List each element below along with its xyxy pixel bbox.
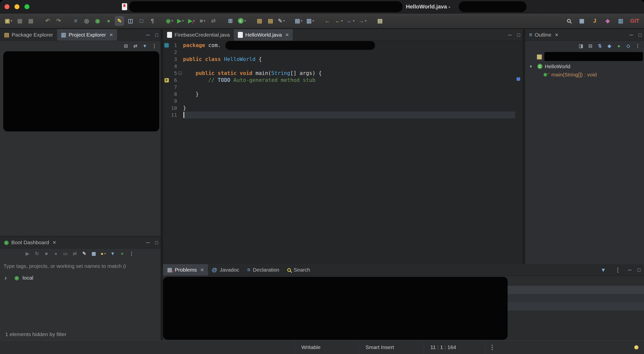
back-annotation-icon[interactable]: ←: [323, 16, 332, 25]
code-text[interactable]: package com.: [183, 42, 515, 49]
task-note-icon[interactable]: ▤: [376, 16, 384, 25]
save-all-icon[interactable]: ▩: [26, 16, 35, 25]
lightbulb-icon[interactable]: [634, 345, 638, 350]
boot-start-icon[interactable]: ▶: [24, 250, 31, 257]
code-text[interactable]: [183, 84, 515, 91]
line-number[interactable]: 2: [170, 49, 177, 55]
boot-tree-item-local[interactable]: ›◉local: [0, 274, 160, 282]
line-number[interactable]: 3: [170, 56, 177, 62]
code-text[interactable]: [183, 98, 515, 105]
outline-item-helloworld[interactable]: ▾CHelloWorld: [525, 62, 644, 70]
chevron-down-icon[interactable]: ▾: [526, 64, 535, 69]
redo-icon[interactable]: ↷: [54, 16, 63, 25]
git-perspective-icon[interactable]: GIT: [629, 16, 640, 25]
tab-search[interactable]: Search: [283, 264, 314, 276]
table-grid-icon[interactable]: ▥▾: [306, 16, 315, 25]
boot-add-icon[interactable]: +: [118, 250, 126, 257]
line-number[interactable]: 7: [170, 84, 177, 90]
outline-hide-fields-icon[interactable]: ◆: [606, 42, 613, 49]
code-text[interactable]: public class HelloWorld {: [183, 56, 515, 63]
boot-properties-icon[interactable]: ▦: [90, 250, 98, 257]
boot-maximize-button[interactable]: □: [155, 240, 158, 245]
outline-focus-icon[interactable]: ◨: [577, 42, 585, 49]
code-text[interactable]: [183, 63, 515, 70]
undo-icon[interactable]: ↶: [44, 16, 52, 25]
code-text[interactable]: }: [183, 91, 515, 98]
plugin-icon[interactable]: ●: [104, 16, 113, 25]
boot-connect-icon[interactable]: ●: [52, 250, 60, 257]
outline-collapse-icon[interactable]: ⊟: [587, 42, 594, 49]
external-tools-icon[interactable]: ▶▪▾: [187, 16, 196, 25]
close-button[interactable]: [4, 4, 10, 9]
table-columns-icon[interactable]: ▤▾: [294, 16, 303, 25]
code-text[interactable]: // TODO Auto-generated method stub: [183, 77, 515, 84]
code-text[interactable]: }: [183, 105, 515, 112]
problems-menu-icon[interactable]: ⋮: [614, 266, 622, 275]
annotate-icon[interactable]: ✎▾: [277, 16, 286, 25]
close-icon[interactable]: ×: [555, 31, 558, 38]
outline-sort-icon[interactable]: ⇅: [596, 42, 604, 49]
highlighter-icon[interactable]: ✎: [115, 16, 124, 25]
line-number[interactable]: 9: [170, 98, 177, 104]
code-text[interactable]: public static void main(String[] args) {: [183, 70, 515, 77]
outline-minimize-button[interactable]: ─: [630, 32, 633, 38]
search-icon[interactable]: [564, 16, 573, 25]
forward-icon[interactable]: →▾: [358, 16, 367, 25]
overview-ruler-marker[interactable]: [516, 77, 520, 81]
outline-menu-icon[interactable]: ⋮: [634, 42, 642, 49]
line-number[interactable]: 8: [170, 91, 177, 97]
boot-edit-icon[interactable]: ✎: [80, 250, 88, 257]
code-text[interactable]: [183, 49, 515, 56]
web-perspective-icon[interactable]: ▥: [616, 16, 625, 25]
tab-outline[interactable]: ≡Outline×: [525, 29, 562, 41]
editor-minimize-button[interactable]: ─: [508, 32, 512, 38]
minimize-button[interactable]: [14, 4, 20, 9]
line-number[interactable]: 11: [170, 112, 177, 118]
boot-minimize-button[interactable]: ─: [146, 240, 150, 245]
tab-project-explorer[interactable]: ▥Project Explorer×: [57, 29, 117, 41]
outline-hide-static-icon[interactable]: ●: [615, 42, 622, 49]
show-whitespace-icon[interactable]: ¶: [148, 16, 156, 25]
link-editor-icon[interactable]: ⇄: [132, 42, 139, 49]
problems-maximize-button[interactable]: □: [638, 267, 640, 273]
java-perspective-icon[interactable]: J: [590, 16, 599, 25]
status-menu-icon[interactable]: ⋮: [489, 344, 495, 351]
tab-helloworld[interactable]: HelloWorld.java×: [234, 29, 293, 41]
filter-icon[interactable]: ▼: [141, 42, 148, 49]
open-perspective-icon[interactable]: ▦: [578, 16, 586, 25]
outline-maximize-button[interactable]: □: [638, 32, 642, 38]
boot-menu-icon[interactable]: ⋮: [128, 250, 136, 257]
boot-bulb-icon[interactable]: ●▾: [100, 250, 107, 257]
run-icon[interactable]: ▶▾: [176, 16, 185, 25]
close-icon[interactable]: ×: [52, 239, 56, 246]
stop-icon[interactable]: ■▾: [198, 16, 207, 25]
open-type-icon[interactable]: ⊞: [226, 16, 234, 25]
boot-stop-icon[interactable]: ■: [43, 250, 50, 257]
tab-boot-dashboard[interactable]: ◉Boot Dashboard×: [0, 237, 60, 248]
close-icon[interactable]: ×: [200, 266, 204, 273]
code-editor[interactable]: 1package com.23public class HelloWorld {…: [163, 41, 522, 264]
caret-position-status[interactable]: 11 : 1 : 164: [424, 341, 485, 354]
problems-minimize-button[interactable]: ─: [628, 267, 632, 273]
tab-package-explorer[interactable]: ▤Package Explorer: [0, 29, 57, 41]
back-annotation-menu-icon[interactable]: ←▾: [334, 16, 344, 25]
fold-gutter[interactable]: −: [177, 71, 183, 75]
new-wizard-icon[interactable]: ▣▾: [4, 16, 13, 25]
open-console-icon[interactable]: ≡: [71, 16, 80, 25]
view-menu-icon[interactable]: ⋮: [150, 42, 158, 49]
tab-declaration[interactable]: ≡Declaration: [243, 264, 283, 276]
debug-launch-icon[interactable]: ◉▾: [165, 16, 174, 25]
save-icon[interactable]: ▦: [16, 16, 24, 25]
editor-maximize-button[interactable]: □: [517, 32, 520, 38]
boot-link-icon[interactable]: ⇄: [71, 250, 78, 257]
explorer-minimize-button[interactable]: ─: [146, 32, 150, 38]
explorer-maximize-button[interactable]: □: [155, 32, 158, 38]
outline-hide-nonpublic-icon[interactable]: ◇: [624, 42, 632, 49]
line-number[interactable]: 6: [170, 77, 177, 83]
tab-problems[interactable]: ▦×Problems×: [163, 264, 208, 276]
boot-filter-icon[interactable]: ▼: [109, 250, 116, 257]
close-icon[interactable]: ×: [110, 31, 113, 38]
tab-firebasecredential[interactable]: FirebaseCredential.java: [163, 29, 234, 41]
disconnect-icon[interactable]: ⇄: [209, 16, 218, 25]
boot-filter-input[interactable]: [4, 262, 156, 270]
